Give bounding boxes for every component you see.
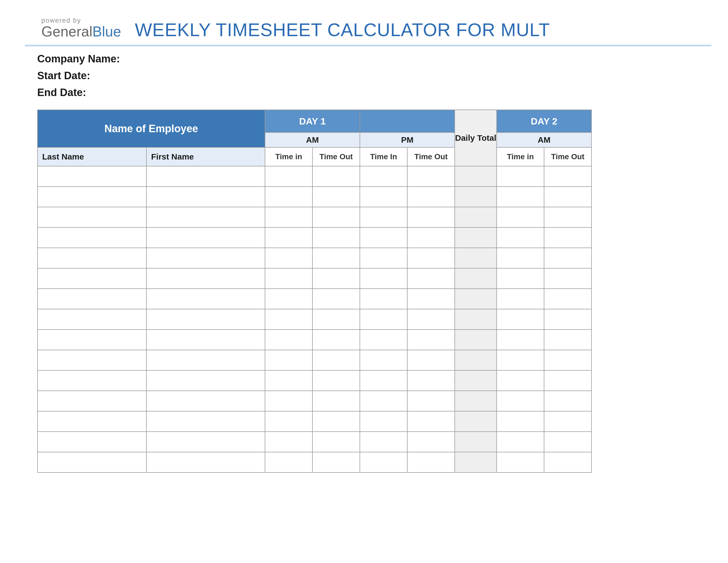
table-cell[interactable] xyxy=(455,207,497,227)
table-cell[interactable] xyxy=(360,350,407,370)
table-cell[interactable] xyxy=(497,166,544,186)
table-cell[interactable] xyxy=(265,391,312,411)
table-cell[interactable] xyxy=(455,309,497,330)
table-cell[interactable] xyxy=(544,330,591,350)
table-cell[interactable] xyxy=(265,370,312,391)
table-cell[interactable] xyxy=(455,248,497,268)
table-cell[interactable] xyxy=(312,207,360,227)
table-cell[interactable] xyxy=(407,186,455,207)
table-cell[interactable] xyxy=(146,166,265,186)
table-cell[interactable] xyxy=(360,289,407,309)
table-cell[interactable] xyxy=(544,166,591,186)
table-cell[interactable] xyxy=(312,330,360,350)
table-cell[interactable] xyxy=(312,309,360,330)
table-cell[interactable] xyxy=(407,391,455,411)
table-cell[interactable] xyxy=(544,186,591,207)
table-cell[interactable] xyxy=(312,166,360,186)
table-cell[interactable] xyxy=(265,411,312,432)
table-cell[interactable] xyxy=(360,268,407,289)
table-cell[interactable] xyxy=(38,350,146,370)
table-cell[interactable] xyxy=(146,350,265,370)
table-cell[interactable] xyxy=(455,227,497,248)
table-cell[interactable] xyxy=(544,370,591,391)
table-cell[interactable] xyxy=(146,186,265,207)
table-cell[interactable] xyxy=(38,452,146,473)
table-cell[interactable] xyxy=(265,330,312,350)
table-cell[interactable] xyxy=(407,350,455,370)
table-cell[interactable] xyxy=(312,350,360,370)
table-cell[interactable] xyxy=(360,207,407,227)
table-cell[interactable] xyxy=(497,268,544,289)
table-cell[interactable] xyxy=(146,289,265,309)
table-cell[interactable] xyxy=(497,248,544,268)
table-cell[interactable] xyxy=(360,432,407,452)
table-cell[interactable] xyxy=(38,207,146,227)
table-cell[interactable] xyxy=(265,268,312,289)
table-cell[interactable] xyxy=(312,452,360,473)
table-cell[interactable] xyxy=(407,330,455,350)
table-cell[interactable] xyxy=(455,370,497,391)
table-cell[interactable] xyxy=(407,452,455,473)
table-cell[interactable] xyxy=(407,268,455,289)
table-cell[interactable] xyxy=(360,411,407,432)
table-cell[interactable] xyxy=(544,452,591,473)
table-cell[interactable] xyxy=(407,370,455,391)
table-cell[interactable] xyxy=(38,289,146,309)
table-cell[interactable] xyxy=(497,452,544,473)
table-cell[interactable] xyxy=(38,166,146,186)
table-cell[interactable] xyxy=(38,391,146,411)
table-cell[interactable] xyxy=(455,268,497,289)
table-cell[interactable] xyxy=(497,432,544,452)
table-cell[interactable] xyxy=(265,350,312,370)
table-cell[interactable] xyxy=(146,248,265,268)
table-cell[interactable] xyxy=(544,309,591,330)
table-cell[interactable] xyxy=(455,391,497,411)
table-cell[interactable] xyxy=(38,248,146,268)
table-cell[interactable] xyxy=(497,227,544,248)
table-cell[interactable] xyxy=(360,391,407,411)
table-cell[interactable] xyxy=(497,350,544,370)
table-cell[interactable] xyxy=(265,452,312,473)
table-cell[interactable] xyxy=(38,432,146,452)
table-cell[interactable] xyxy=(146,207,265,227)
table-cell[interactable] xyxy=(544,227,591,248)
table-cell[interactable] xyxy=(146,370,265,391)
table-cell[interactable] xyxy=(360,330,407,350)
table-cell[interactable] xyxy=(38,309,146,330)
table-cell[interactable] xyxy=(360,370,407,391)
table-cell[interactable] xyxy=(265,227,312,248)
table-cell[interactable] xyxy=(407,166,455,186)
table-cell[interactable] xyxy=(455,289,497,309)
table-cell[interactable] xyxy=(360,186,407,207)
table-cell[interactable] xyxy=(312,391,360,411)
table-cell[interactable] xyxy=(265,432,312,452)
table-cell[interactable] xyxy=(265,166,312,186)
table-cell[interactable] xyxy=(146,411,265,432)
table-cell[interactable] xyxy=(360,248,407,268)
table-cell[interactable] xyxy=(544,268,591,289)
table-cell[interactable] xyxy=(360,166,407,186)
table-cell[interactable] xyxy=(544,248,591,268)
table-cell[interactable] xyxy=(312,370,360,391)
table-cell[interactable] xyxy=(360,309,407,330)
table-cell[interactable] xyxy=(146,309,265,330)
table-cell[interactable] xyxy=(544,207,591,227)
table-cell[interactable] xyxy=(146,432,265,452)
table-cell[interactable] xyxy=(146,391,265,411)
table-cell[interactable] xyxy=(360,452,407,473)
table-cell[interactable] xyxy=(146,330,265,350)
table-cell[interactable] xyxy=(407,432,455,452)
table-cell[interactable] xyxy=(38,186,146,207)
table-cell[interactable] xyxy=(312,227,360,248)
table-cell[interactable] xyxy=(455,330,497,350)
table-cell[interactable] xyxy=(497,186,544,207)
table-cell[interactable] xyxy=(265,309,312,330)
table-cell[interactable] xyxy=(455,432,497,452)
table-cell[interactable] xyxy=(407,227,455,248)
table-cell[interactable] xyxy=(38,227,146,248)
table-cell[interactable] xyxy=(455,350,497,370)
table-cell[interactable] xyxy=(497,309,544,330)
table-cell[interactable] xyxy=(360,227,407,248)
table-cell[interactable] xyxy=(38,330,146,350)
table-cell[interactable] xyxy=(497,330,544,350)
